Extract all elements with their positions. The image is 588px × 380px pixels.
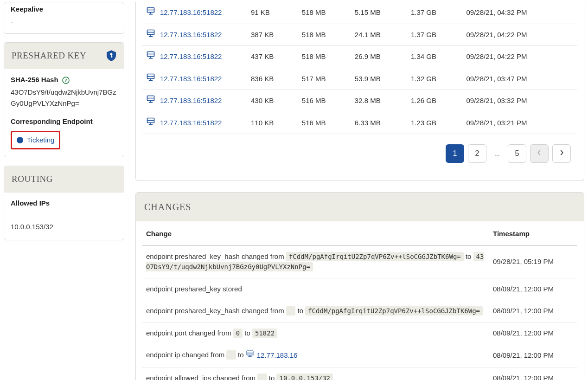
table-row: endpoint allowed_ips changed from to 10.… <box>142 367 577 380</box>
traffic-cell: 1.23 GB <box>407 112 463 134</box>
sha-256-label: SHA-256 Hash ? <box>11 75 117 85</box>
change-text: endpoint preshared_key_hash changed from <box>146 307 286 315</box>
change-code-to: fCddM/pgAfgIrqitU2Zp7qVP6Zv++lSoCGGJZbTK… <box>305 306 483 316</box>
change-text: to <box>464 252 473 260</box>
change-code-to: 10.0.0.153/32 <box>276 374 333 380</box>
endpoint-address-link[interactable]: 12.77.183.16:51822 <box>146 51 222 63</box>
traffic-cell: 516 MB <box>298 90 351 112</box>
change-text: endpoint allowed_ips changed from <box>146 374 257 380</box>
traffic-cell: 517 MB <box>298 68 351 90</box>
server-icon <box>146 95 155 107</box>
traffic-cell: 518 MB <box>298 24 351 46</box>
traffic-cell: 110 KB <box>247 112 298 134</box>
traffic-cell: 1.26 GB <box>407 90 463 112</box>
keepalive-label: Keepalive <box>11 4 117 15</box>
changes-header: CHANGES <box>136 193 584 221</box>
page-1-button[interactable]: 1 <box>446 144 464 163</box>
keepalive-value: - <box>11 17 117 27</box>
change-text: to <box>295 307 305 315</box>
traffic-cell: 6.33 MB <box>351 112 407 134</box>
svg-rect-2 <box>111 57 112 58</box>
allowed-ips-label: Allowed IPs <box>11 198 117 209</box>
sha-256-value: 43O7DsY9/t/uqdw2NjkbUvnj7BGzGy0UgPVLYXzN… <box>11 87 117 109</box>
timestamp-cell: 08/09/21, 12:00 PM <box>489 278 577 300</box>
server-icon <box>146 117 155 129</box>
page-2-button[interactable]: 2 <box>468 144 486 163</box>
timestamp-cell: 08/09/21, 12:00 PM <box>489 367 577 380</box>
routing-header: ROUTING <box>4 166 124 193</box>
traffic-cell: 387 KB <box>247 24 298 46</box>
corresponding-endpoint-label: Corresponding Endpoint <box>11 116 117 127</box>
changes-panel: CHANGES Change Timestamp endpoint presha… <box>135 192 584 380</box>
traffic-table: 12.77.183.16:5182291 KB518 MB5.15 MB1.37… <box>142 2 577 134</box>
timestamp-cell: 08/09/21, 12:00 PM <box>489 344 577 367</box>
table-row: 12.77.183.16:51822437 KB518 MB26.9 MB1.3… <box>142 46 577 68</box>
traffic-cell: 32.8 MB <box>351 90 407 112</box>
change-code-from <box>286 306 295 316</box>
server-icon <box>146 29 155 41</box>
endpoint-address-link[interactable]: 12.77.183.16:51822 <box>146 95 222 107</box>
ip-link[interactable]: 12.77.183.16 <box>246 350 298 361</box>
traffic-cell: 53.9 MB <box>351 68 407 90</box>
traffic-cell: 1.37 GB <box>407 24 463 46</box>
traffic-panel: 12.77.183.16:5182291 KB518 MB5.15 MB1.37… <box>135 2 584 181</box>
timestamp-cell: 09/28/21, 03:21 PM <box>463 112 577 134</box>
server-icon <box>146 51 155 63</box>
table-row: 12.77.183.16:5182291 KB518 MB5.15 MB1.37… <box>142 2 577 24</box>
shield-key-icon <box>106 50 116 62</box>
timestamp-column-header: Timestamp <box>489 221 577 245</box>
server-icon <box>146 73 155 85</box>
page-5-button[interactable]: 5 <box>508 144 526 163</box>
change-text: endpoint port changed from <box>146 329 233 337</box>
traffic-cell: 1.34 GB <box>407 46 463 68</box>
help-icon[interactable]: ? <box>62 77 70 84</box>
table-row: endpoint ip changed from to 12.77.183.16… <box>142 344 577 367</box>
traffic-cell: 430 KB <box>247 90 298 112</box>
change-text: endpoint preshared_key_hash changed from <box>146 252 286 260</box>
allowed-ips-value: 10.0.0.153/32 <box>11 222 117 232</box>
change-code-from <box>226 350 236 360</box>
change-code-to: 51822 <box>252 328 277 338</box>
traffic-cell: 91 KB <box>247 2 298 24</box>
change-text: to <box>243 329 252 337</box>
keepalive-card: Keepalive - <box>4 2 124 34</box>
changes-table: Change Timestamp endpoint preshared_key_… <box>142 221 577 380</box>
table-row: endpoint preshared_key_hash changed from… <box>142 245 577 278</box>
traffic-cell: 518 MB <box>298 46 351 68</box>
table-row: endpoint port changed from 0 to 5182208/… <box>142 322 577 344</box>
server-icon <box>146 6 155 19</box>
traffic-cell: 1.37 GB <box>407 2 463 24</box>
change-code-from: 0 <box>233 328 243 338</box>
timestamp-cell: 08/09/21, 12:00 PM <box>489 300 577 322</box>
chevron-right-icon <box>558 149 565 158</box>
routing-title: ROUTING <box>12 173 53 186</box>
table-row: endpoint preshared_key stored08/09/21, 1… <box>142 278 577 300</box>
timestamp-cell: 09/28/21, 03:47 PM <box>463 68 577 90</box>
page-ellipsis: ... <box>490 144 504 163</box>
table-row: endpoint preshared_key_hash changed from… <box>142 300 577 322</box>
endpoint-address-link[interactable]: 12.77.183.16:51822 <box>146 6 222 19</box>
endpoint-address-link[interactable]: 12.77.183.16:51822 <box>146 73 222 85</box>
traffic-cell: 518 MB <box>298 2 351 24</box>
table-row: 12.77.183.16:51822387 KB518 MB24.1 MB1.3… <box>142 24 577 46</box>
traffic-cell: 1.32 GB <box>407 68 463 90</box>
table-row: 12.77.183.16:51822430 KB516 MB32.8 MB1.2… <box>142 90 577 112</box>
preshared-key-title: PRESHARED KEY <box>12 49 86 63</box>
traffic-cell: 836 KB <box>247 68 298 90</box>
endpoint-address-link[interactable]: 12.77.183.16:51822 <box>146 117 222 129</box>
corresponding-endpoint-link[interactable]: Ticketing <box>11 131 60 150</box>
traffic-cell: 516 MB <box>298 112 351 134</box>
endpoint-address-link[interactable]: 12.77.183.16:51822 <box>146 29 222 41</box>
traffic-cell: 24.1 MB <box>351 24 407 46</box>
traffic-cell: 437 KB <box>247 46 298 68</box>
routing-card: ROUTING Allowed IPs 10.0.0.153/32 <box>4 166 124 240</box>
page-next-button[interactable] <box>552 144 571 163</box>
table-row: 12.77.183.16:51822836 KB517 MB53.9 MB1.3… <box>142 68 577 90</box>
timestamp-cell: 09/28/21, 04:32 PM <box>463 2 577 24</box>
traffic-cell: 5.15 MB <box>351 2 407 24</box>
table-row: 12.77.183.16:51822110 KB516 MB6.33 MB1.2… <box>142 112 577 134</box>
change-column-header: Change <box>142 221 489 245</box>
traffic-cell: 26.9 MB <box>351 46 407 68</box>
change-text: to <box>267 374 277 380</box>
timestamp-cell: 09/28/21, 04:22 PM <box>463 24 577 46</box>
